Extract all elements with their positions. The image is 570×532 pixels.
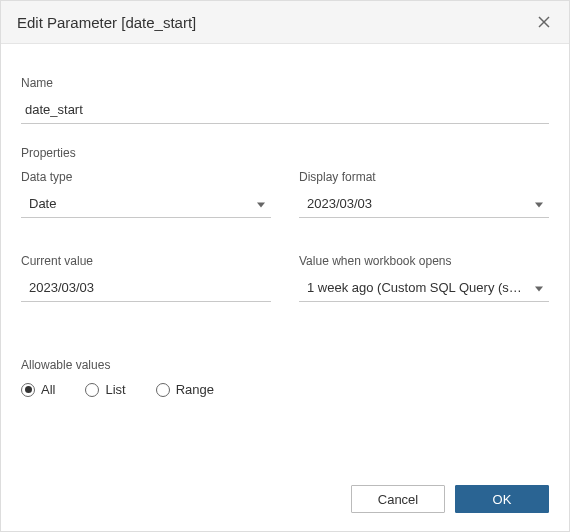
properties-row-2: Current value Value when workbook opens … xyxy=(21,254,549,302)
radio-icon xyxy=(85,383,99,397)
data-type-value: Date xyxy=(29,196,56,211)
close-icon xyxy=(538,16,550,28)
value-when-open-value: 1 week ago (Custom SQL Query (share)) xyxy=(307,280,544,295)
dialog-title: Edit Parameter [date_start] xyxy=(17,14,196,31)
radio-label-all: All xyxy=(41,382,55,397)
properties-row-1: Data type Date Display format 2023/03/03 xyxy=(21,170,549,218)
radio-label-list: List xyxy=(105,382,125,397)
current-value-input[interactable] xyxy=(21,274,271,302)
display-format-label: Display format xyxy=(299,170,549,184)
allowable-values-radios: All List Range xyxy=(21,382,549,397)
radio-icon xyxy=(156,383,170,397)
properties-label: Properties xyxy=(21,146,549,160)
cancel-button[interactable]: Cancel xyxy=(351,485,445,513)
radio-icon xyxy=(21,383,35,397)
allowable-radio-all[interactable]: All xyxy=(21,382,55,397)
current-value-label: Current value xyxy=(21,254,271,268)
edit-parameter-dialog: Edit Parameter [date_start] Name Propert… xyxy=(0,0,570,532)
dialog-body: Name Properties Data type Date Display f… xyxy=(1,44,569,471)
data-type-label: Data type xyxy=(21,170,271,184)
data-type-select[interactable]: Date xyxy=(21,190,271,218)
close-button[interactable] xyxy=(535,13,553,31)
radio-label-range: Range xyxy=(176,382,214,397)
value-when-open-select[interactable]: 1 week ago (Custom SQL Query (share)) xyxy=(299,274,549,302)
allowable-values-label: Allowable values xyxy=(21,358,549,372)
display-format-value: 2023/03/03 xyxy=(307,196,372,211)
name-label: Name xyxy=(21,76,549,90)
dialog-footer: Cancel OK xyxy=(1,471,569,531)
name-group: Name xyxy=(21,62,549,124)
display-format-select[interactable]: 2023/03/03 xyxy=(299,190,549,218)
allowable-radio-range[interactable]: Range xyxy=(156,382,214,397)
dialog-titlebar: Edit Parameter [date_start] xyxy=(1,1,569,44)
allowable-radio-list[interactable]: List xyxy=(85,382,125,397)
name-input[interactable] xyxy=(21,96,549,124)
ok-button[interactable]: OK xyxy=(455,485,549,513)
value-when-open-label: Value when workbook opens xyxy=(299,254,549,268)
